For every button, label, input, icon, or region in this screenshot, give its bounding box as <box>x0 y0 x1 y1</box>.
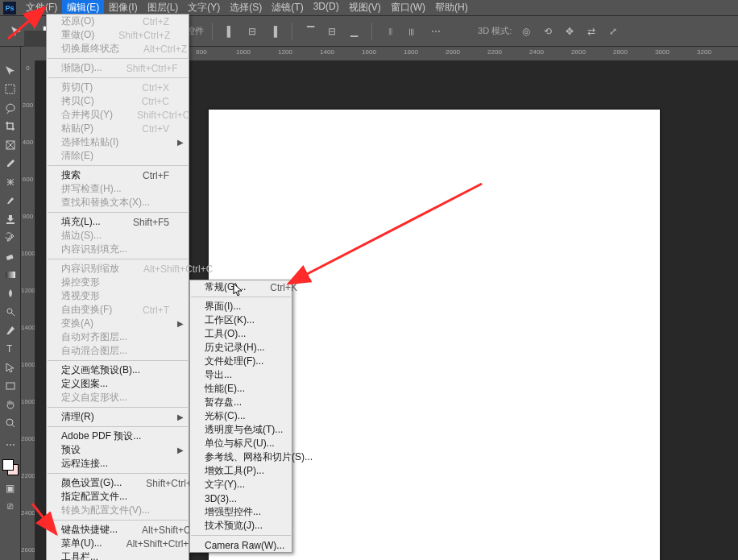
menubar-item[interactable]: 帮助(H) <box>430 0 473 16</box>
menu-item[interactable]: 常规(G)...Ctrl+K <box>190 280 292 294</box>
menu-item[interactable]: 填充(L)...Shift+F5 <box>47 215 189 229</box>
menu-separator <box>48 407 188 408</box>
3d-roll-icon[interactable]: ⟲ <box>538 22 558 41</box>
photoshop-icon: Ps <box>3 2 16 15</box>
type-tool-icon[interactable]: T <box>1 340 20 358</box>
menu-item-label: 搜索 <box>61 168 118 182</box>
menu-item-label: 拷贝(C) <box>61 94 118 108</box>
menu-item[interactable]: 文字(Y)... <box>190 478 292 492</box>
menubar-item[interactable]: 选择(S) <box>225 0 267 16</box>
foreground-swatch[interactable] <box>2 459 14 471</box>
more-tools-icon[interactable]: ⋯ <box>2 435 19 454</box>
menu-item[interactable]: 参考线、网格和切片(S)... <box>190 450 292 464</box>
menu-item[interactable]: 3D(3)... <box>190 492 292 505</box>
menu-item-shortcut: Ctrl+K <box>270 282 297 293</box>
ruler-mark: 2600 <box>21 546 35 554</box>
dodge-tool-icon[interactable] <box>1 303 20 321</box>
color-swatches[interactable] <box>2 459 19 475</box>
menu-item[interactable]: 暂存盘... <box>190 396 292 409</box>
menu-item[interactable]: 工作区(K)... <box>190 313 292 327</box>
svg-rect-4 <box>6 255 13 260</box>
align-right-edges-icon[interactable]: ▐ <box>264 22 284 41</box>
menu-item[interactable]: 技术预览(J)... <box>190 519 292 533</box>
align-top-edges-icon[interactable]: ▔ <box>301 22 320 41</box>
eyedropper-tool-icon[interactable] <box>1 155 20 172</box>
menu-item[interactable]: 文件处理(F)... <box>190 355 292 368</box>
screen-mode-icon[interactable]: ⎚ <box>2 498 19 514</box>
menu-item[interactable]: 预设▶ <box>47 443 189 457</box>
gradient-tool-icon[interactable] <box>1 266 20 284</box>
healing-tool-icon[interactable] <box>1 173 20 191</box>
menu-item: 切换最终状态Alt+Ctrl+Z <box>47 42 189 56</box>
menu-item[interactable]: 菜单(U)...Alt+Shift+Ctrl+M <box>47 537 189 550</box>
menu-item[interactable]: Camera Raw(W)... <box>190 538 292 552</box>
3d-orbit-icon[interactable]: ◎ <box>516 22 536 41</box>
menubar-item[interactable]: 文字(Y) <box>183 0 225 16</box>
stamp-tool-icon[interactable] <box>1 210 20 228</box>
menubar-item[interactable]: 滤镜(T) <box>267 0 308 16</box>
menu-item[interactable]: 搜索Ctrl+F <box>47 168 189 182</box>
menu-item[interactable]: 键盘快捷键...Alt+Shift+Ctrl+K <box>47 523 189 537</box>
blur-tool-icon[interactable] <box>1 284 20 302</box>
menu-item[interactable]: 界面(I)... <box>190 300 292 313</box>
menu-item[interactable]: 光标(C)... <box>190 409 292 423</box>
rectangle-tool-icon[interactable] <box>1 377 20 395</box>
align-bottom-edges-icon[interactable]: ▁ <box>344 22 363 41</box>
menu-item[interactable]: 定义图案... <box>47 377 189 391</box>
menu-item-shortcut: Ctrl+Z <box>143 16 169 27</box>
zoom-tool-icon[interactable] <box>1 414 20 432</box>
menu-item[interactable]: 性能(E)... <box>190 382 292 396</box>
menu-item[interactable]: 工具栏... <box>47 550 189 560</box>
menu-item[interactable]: 指定配置文件... <box>47 490 189 504</box>
3d-pan-icon[interactable]: ✥ <box>560 22 579 41</box>
menu-item[interactable]: 工具(O)... <box>190 327 292 341</box>
pen-tool-icon[interactable] <box>1 321 20 339</box>
marquee-tool-icon[interactable] <box>1 81 20 98</box>
frame-tool-icon[interactable] <box>1 136 20 154</box>
3d-slide-icon[interactable]: ⇄ <box>582 22 601 41</box>
brush-tool-icon[interactable] <box>1 192 20 209</box>
lasso-tool-icon[interactable] <box>1 99 20 117</box>
ruler-mark: 1200 <box>278 48 292 56</box>
menu-item[interactable]: 颜色设置(G)...Shift+Ctrl+K <box>47 476 189 490</box>
align-centers-h-icon[interactable]: ⊟ <box>243 22 262 41</box>
hand-tool-icon[interactable] <box>1 396 20 413</box>
3d-scale-icon[interactable]: ⤢ <box>603 22 623 41</box>
menu-item[interactable]: 导出... <box>190 368 292 382</box>
menu-item-shortcut: Shift+F5 <box>133 217 169 228</box>
submenu-arrow-icon: ▶ <box>177 413 184 421</box>
menu-item-label: 清除(E) <box>61 149 169 163</box>
menu-item[interactable]: 增效工具(P)... <box>190 464 292 478</box>
distribute-h-icon[interactable]: ⫴ <box>380 22 400 41</box>
menu-item: 自由变换(F)Ctrl+T <box>47 303 189 317</box>
ruler-mark: 400 <box>21 139 35 146</box>
align-left-edges-icon[interactable]: ▌ <box>221 22 240 41</box>
distribute-v-icon[interactable]: ⫼ <box>402 22 421 41</box>
menu-item-label: 定义自定形状... <box>61 391 169 404</box>
quick-mask-icon[interactable]: ▣ <box>2 480 19 496</box>
menu-item: 拷贝(C)Ctrl+C <box>47 94 189 108</box>
menubar-item[interactable]: 3D(D) <box>309 0 344 16</box>
svg-rect-9 <box>6 383 15 389</box>
path-select-tool-icon[interactable] <box>1 359 20 376</box>
menu-separator <box>48 58 188 59</box>
more-options-icon[interactable]: ⋯ <box>426 22 446 41</box>
menu-item[interactable]: 历史记录(H)... <box>190 341 292 355</box>
crop-tool-icon[interactable] <box>1 118 20 135</box>
align-centers-v-icon[interactable]: ⊟ <box>322 22 342 41</box>
history-brush-tool-icon[interactable] <box>1 229 20 247</box>
menu-item[interactable]: Adobe PDF 预设... <box>47 429 189 443</box>
menu-item-label: 远程连接... <box>61 457 169 471</box>
menu-item[interactable]: 定义画笔预设(B)... <box>47 363 189 377</box>
menu-item[interactable]: 远程连接... <box>47 457 189 471</box>
menu-item[interactable]: 透明度与色域(T)... <box>190 423 292 437</box>
menubar-item[interactable]: 视图(V) <box>344 0 386 16</box>
ruler-mark: 2400 <box>529 48 544 56</box>
menu-item: 剪切(T)Ctrl+X <box>47 81 189 94</box>
menu-item[interactable]: 清理(R)▶ <box>47 410 189 424</box>
menu-item[interactable]: 增强型控件... <box>190 505 292 519</box>
move-tool-icon[interactable] <box>1 62 20 80</box>
menu-item[interactable]: 单位与标尺(U)... <box>190 437 292 450</box>
menubar-item[interactable]: 窗口(W) <box>386 0 430 16</box>
eraser-tool-icon[interactable] <box>1 247 20 265</box>
